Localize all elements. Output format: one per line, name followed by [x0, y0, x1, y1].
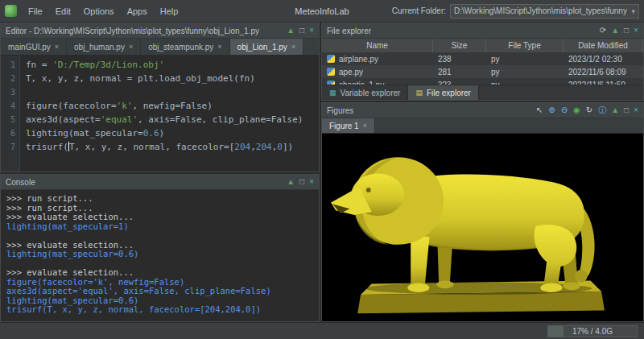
- status-bar: 17% / 4.0G: [0, 322, 644, 339]
- code-line[interactable]: T, x, y, z, normal = plt.load_obj_model(…: [26, 72, 303, 85]
- figure-canvas[interactable]: [322, 134, 643, 321]
- globe-icon[interactable]: ◉: [573, 106, 580, 114]
- close-icon[interactable]: ×: [363, 122, 367, 130]
- current-folder-label: Current Folder:: [392, 6, 446, 15]
- code-line[interactable]: figure(facecolor='k', newfig=False): [26, 99, 303, 113]
- code-line[interactable]: lighting(mat_specular=0.6): [26, 126, 303, 140]
- current-folder-group: Current Folder: D:\Working\MIScript\Jyth…: [392, 4, 639, 19]
- file-date-cell: 2022/11/6 08:09: [564, 68, 643, 76]
- current-folder-combobox[interactable]: D:\Working\MIScript\Jython\mis\plot_type…: [450, 4, 639, 19]
- editor-panel-title: Editor - D:\Working\MIScript\Jython\mis\…: [6, 27, 259, 35]
- file-name-text: ape.py: [339, 68, 363, 76]
- lion-far-front-paw: [436, 281, 453, 289]
- close-icon[interactable]: ×: [217, 43, 221, 51]
- code-lines[interactable]: fn = 'D:/Temp/3d/Lion.obj'T, x, y, z, no…: [20, 56, 303, 172]
- table-row[interactable]: airplane.py238py2023/1/2 02:30: [322, 52, 643, 65]
- figure-tab-label: Figure 1: [329, 122, 359, 130]
- dock-up-icon[interactable]: ▲: [287, 27, 295, 35]
- column-header-size[interactable]: Size: [433, 39, 486, 52]
- code-segment: figure(facecolor=: [26, 101, 117, 111]
- code-editor[interactable]: 1234567 fn = 'D:/Temp/3d/Lion.obj'T, x, …: [1, 56, 319, 172]
- refresh-icon[interactable]: ⟳: [600, 27, 606, 35]
- zoom-out-icon[interactable]: ⊖: [561, 106, 568, 114]
- dock-up-icon[interactable]: ▲: [611, 27, 619, 35]
- app-logo-icon: [5, 5, 17, 17]
- code-segment: T, x, y, z, normal, facecolor=[: [69, 142, 234, 152]
- grid-icon: ▦: [329, 89, 336, 97]
- code-segment: fn =: [26, 60, 52, 70]
- close-icon[interactable]: ×: [634, 106, 638, 114]
- tab-label: mainGUI.py: [8, 43, 51, 52]
- memory-fill-bar: [548, 326, 564, 337]
- column-header-name[interactable]: Name: [322, 39, 433, 52]
- file-type-cell: py: [486, 68, 564, 76]
- float-icon[interactable]: □: [299, 178, 304, 186]
- console-output[interactable]: >>> run script...>>> run script...>>> ev…: [1, 190, 319, 321]
- lion-eye: [366, 188, 371, 192]
- plinth-front: [357, 291, 605, 313]
- dock-up-icon[interactable]: ▲: [287, 178, 295, 186]
- identify-icon[interactable]: ⓘ: [598, 106, 606, 114]
- menu-options[interactable]: Options: [77, 4, 121, 19]
- dock-up-icon[interactable]: ▲: [611, 106, 619, 114]
- memory-indicator[interactable]: 17% / 4.0G: [547, 325, 638, 337]
- code-line[interactable]: trisurf(T, x, y, z, normal, facecolor=[2…: [26, 140, 303, 154]
- file-explorer-panel: File explorer ⟳ ▲□× NameSizeFile TypeDat…: [321, 23, 644, 101]
- column-header-date-modified[interactable]: Date Modified: [564, 39, 643, 52]
- close-icon[interactable]: ×: [309, 178, 314, 186]
- chevron-down-icon[interactable]: ▾: [628, 7, 635, 15]
- file-explorer-header: File explorer ⟳ ▲□×: [322, 23, 643, 39]
- line-number: 5: [1, 113, 15, 126]
- code-segment: lighting(mat_specular=: [26, 128, 143, 138]
- pointer-icon[interactable]: ↖: [536, 106, 543, 114]
- column-header-file-type[interactable]: File Type: [486, 39, 564, 52]
- float-icon[interactable]: □: [624, 27, 629, 35]
- close-icon[interactable]: ×: [55, 43, 59, 51]
- code-segment: ,: [250, 142, 256, 152]
- menu-file[interactable]: File: [22, 4, 49, 19]
- line-number: 4: [1, 99, 15, 113]
- tab-label: obj_Lion_1.py: [237, 43, 287, 52]
- tab-label: obj_human.py: [74, 43, 125, 52]
- current-folder-value: D:\Working\MIScript\Jython\mis\plot_type…: [454, 6, 627, 15]
- menu-help[interactable]: Help: [154, 4, 185, 19]
- code-line[interactable]: fn = 'D:/Temp/3d/Lion.obj': [26, 58, 303, 72]
- code-line[interactable]: axes3d(aspect='equal', axis=False, clip_…: [26, 113, 303, 126]
- lion-rear-paw: [540, 283, 562, 292]
- code-line[interactable]: [26, 85, 303, 99]
- code-segment: ): [159, 128, 165, 138]
- close-icon[interactable]: ×: [291, 43, 295, 51]
- menu-apps[interactable]: Apps: [121, 4, 154, 19]
- figures-panel: Figures ↖⊕⊖◉↻ⓘ ▲□× Figure 1 ×: [321, 102, 644, 322]
- file-name-cell: ape.py: [322, 68, 433, 76]
- tab-obj_steampunk.py[interactable]: obj_steampunk.py×: [141, 39, 229, 55]
- close-icon[interactable]: ×: [309, 27, 314, 35]
- tab-mainGUI.py[interactable]: mainGUI.py×: [1, 39, 67, 55]
- console-line: >>> evaluate selection...: [6, 268, 313, 278]
- editor-panel-header: Editor - D:\Working\MIScript\Jython\mis\…: [1, 23, 319, 39]
- tab-obj_Lion_1.py[interactable]: obj_Lion_1.py×: [230, 39, 304, 55]
- tab-obj_human.py[interactable]: obj_human.py×: [67, 39, 141, 55]
- subtab-file-explorer[interactable]: ▤File explorer: [408, 85, 479, 100]
- editor-head-icons: ▲□×: [287, 27, 314, 35]
- menu-edit[interactable]: Edit: [49, 4, 77, 19]
- close-icon[interactable]: ×: [129, 43, 133, 51]
- file-name-cell: airplane.py: [322, 55, 433, 64]
- tab-figure-1[interactable]: Figure 1 ×: [322, 118, 375, 133]
- rotate-icon[interactable]: ↻: [586, 106, 592, 114]
- table-row[interactable]: chaotic_1.py323py2022/11/6 11:50: [322, 78, 643, 85]
- float-icon[interactable]: □: [299, 27, 304, 35]
- code-segment: , newfig=False): [132, 101, 212, 111]
- close-icon[interactable]: ×: [634, 27, 638, 35]
- zoom-in-icon[interactable]: ⊕: [548, 106, 555, 114]
- code-segment: , axis=False, clip_plane=False): [138, 114, 303, 125]
- table-row[interactable]: ape.py281py2022/11/6 08:09: [322, 65, 643, 78]
- line-number: 1: [1, 58, 15, 72]
- subtab-variable-explorer[interactable]: ▦Variable explorer: [322, 85, 408, 100]
- float-icon[interactable]: □: [624, 106, 629, 114]
- code-segment: 0.6: [143, 128, 159, 138]
- console-line: lighting(mat_specular=0.6): [6, 250, 313, 259]
- line-number: 6: [1, 126, 15, 140]
- code-segment: trisurf(: [26, 142, 68, 152]
- editor-tabbar: mainGUI.py×obj_human.py×obj_steampunk.py…: [1, 39, 319, 56]
